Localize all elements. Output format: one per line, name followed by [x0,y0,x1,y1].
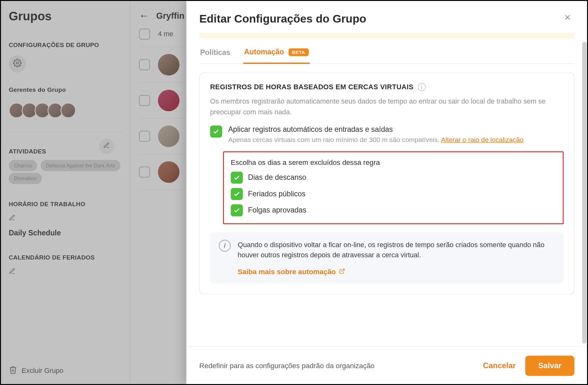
pencil-icon [9,268,16,276]
pencil-icon [9,214,16,223]
sidebar-section-config: CONFIGURAÇÕES DE GRUPO [9,42,122,49]
exclude-public-holidays-label: Feriados públicos [248,190,305,198]
exclude-approved-timeoff-checkbox[interactable] [231,204,243,216]
svg-point-0 [16,62,18,64]
svg-line-3 [342,269,345,272]
save-button[interactable]: Salvar [525,355,575,376]
sidebar-section-schedule: HORÁRIO DE TRABALHO [9,200,122,207]
tab-policies[interactable]: Políticas [199,44,231,63]
info-note: i Quando o dispositivo voltar a ficar on… [210,232,564,284]
reset-to-org-defaults-link[interactable]: Redefinir para as configurações padrão d… [199,361,374,370]
beta-badge: BETA [288,48,309,56]
avatar[interactable] [158,125,180,147]
modal-title: Editar Configurações do Grupo [199,12,366,25]
learn-more-link[interactable]: Saiba mais sobre automação [238,268,555,276]
apply-auto-sublabel: Apenas cercas virtuais com um raio mínim… [228,136,441,143]
card-description: Os membros registrarão automaticamente s… [210,96,564,118]
exclude-days-box: Escolha os dias a serem excluídos dessa … [223,151,564,224]
tab-automation[interactable]: Automação BETA [243,44,310,64]
scrollbar[interactable] [582,42,587,344]
info-icon[interactable]: i [418,83,425,91]
schedule-name: Daily Schedule [9,229,122,238]
avatar[interactable] [158,90,180,111]
apply-auto-label: Aplicar registros automáticos de entrada… [228,125,523,134]
exclude-approved-timeoff-label: Folgas aprovadas [248,206,306,214]
info-icon: i [219,240,231,252]
member-checkbox[interactable] [139,166,150,178]
sidebar-section-holiday: CALENDÁRIO DE FERIADOS [9,254,122,261]
geofence-card: REGISTROS DE HORAS BASEADOS EM CERCAS VI… [199,72,574,294]
managers-avatar-list [9,103,122,118]
delete-group-button[interactable]: Excluir Grupo [9,357,122,376]
exclude-public-holidays-checkbox[interactable] [231,188,243,200]
member-checkbox[interactable] [139,95,150,106]
delete-group-label: Excluir Grupo [22,367,63,375]
activity-tag[interactable]: Defence Against the Dark Arts [41,160,120,171]
close-icon [563,13,572,24]
banner-slice [199,33,574,38]
activity-tag[interactable]: Charms [9,160,37,171]
edit-group-settings-modal: Editar Configurações do Grupo Políticas … [186,1,587,384]
tab-automation-label: Automação [244,48,284,57]
edit-schedule-button[interactable] [9,214,122,223]
edit-holiday-button[interactable] [9,268,122,276]
card-title: REGISTROS DE HORAS BASEADOS EM CERCAS VI… [210,83,414,91]
external-link-icon [339,268,345,276]
pencil-icon [103,142,110,151]
member-checkbox[interactable] [139,59,150,70]
modal-tabs: Políticas Automação BETA [199,44,574,64]
trash-icon [9,366,17,376]
exclude-rest-days-checkbox[interactable] [231,172,243,184]
members-summary: 4 me [158,30,173,38]
member-checkbox[interactable] [139,131,150,142]
change-radius-link[interactable]: Alterar o raio de localização [441,136,523,143]
sidebar-section-managers: Gerentes do Grupo [9,86,122,93]
activity-tag[interactable]: Divination [9,173,42,184]
group-name: Gryffin [156,11,184,21]
back-arrow-icon[interactable]: ← [139,10,149,22]
exclude-title: Escolha os dias a serem excluídos dessa … [231,158,556,166]
gear-icon [13,59,22,69]
note-text: Quando o dispositivo voltar a ficar on-l… [238,240,555,261]
avatar[interactable] [158,54,180,76]
group-settings-gear-button[interactable] [9,55,26,72]
close-button[interactable] [561,10,574,27]
exclude-rest-days-label: Dias de descanso [248,173,306,182]
edit-activities-button[interactable] [99,138,114,154]
cancel-button[interactable]: Cancelar [483,361,516,370]
learn-more-label: Saiba mais sobre automação [238,268,336,276]
avatar[interactable] [60,103,76,118]
apply-auto-checkbox[interactable] [210,125,222,138]
avatar[interactable] [158,161,180,183]
page-title: Grupos [9,10,122,23]
select-all-checkbox[interactable] [139,29,150,40]
divider [9,132,122,132]
